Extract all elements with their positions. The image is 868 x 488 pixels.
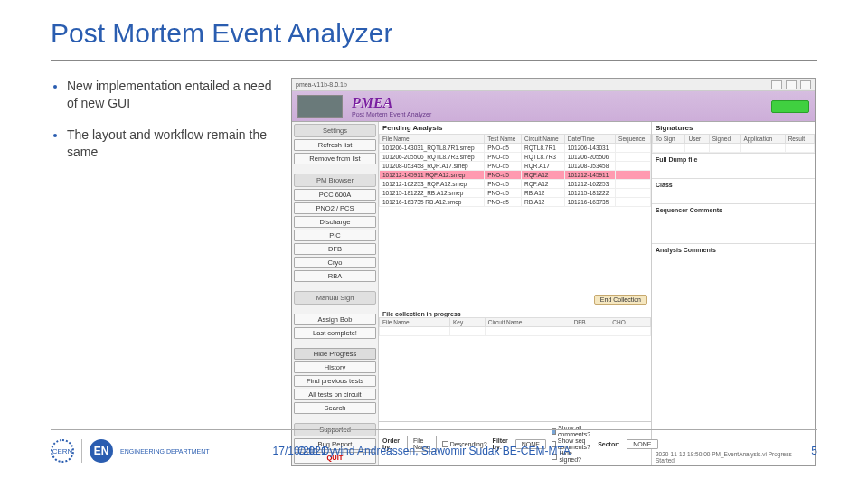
side-item[interactable]: PCC 600A (294, 189, 376, 201)
col-head: User (685, 135, 709, 144)
title-rule (51, 60, 817, 61)
col-head: Signed (709, 135, 741, 144)
table-row[interactable]: 101215-181222_RB.A12.smepPNO-d5RB.A12101… (380, 189, 651, 198)
hide-progress-button[interactable]: Hide Progress (294, 348, 376, 360)
history-button[interactable]: History (294, 361, 376, 373)
banner-subtitle: Post Mortem Event Analyzer (352, 111, 431, 117)
table-row[interactable]: 101208-053458_RQR.A17.smepPNO-d5RQR.A171… (380, 162, 651, 171)
col-head: Sequence (616, 135, 651, 144)
maximize-icon[interactable] (786, 80, 797, 89)
footer-authors: Odd Oyvind Andreassen, Slawomir Sudak BE… (51, 445, 817, 457)
footer-rule (51, 429, 817, 430)
side-item[interactable]: Cryo (294, 257, 376, 268)
side-item[interactable]: PIC (294, 230, 376, 241)
side-item[interactable]: PNO2 / PCS (294, 202, 376, 214)
last-complete-button[interactable]: Last complete! (294, 327, 376, 339)
footer: CERN EN ENGINEERING DEPARTMENT 17/10/202… (51, 429, 817, 463)
banner: PMEA Post Mortem Event Analyzer (292, 91, 815, 122)
banner-logo: PMEA (352, 95, 431, 111)
table-header-row: To Sign User Signed Application Result (653, 135, 815, 144)
manual-sign-header: Manual Sign (294, 291, 376, 305)
pm-browser-header: PM Browser (294, 174, 376, 187)
app-window: pmea-v11b-8.0.1b PMEA Post Mortem Event … (291, 78, 816, 466)
progress-table: File Name Key Circuit Name DFB CHO (379, 317, 651, 336)
col-head: Test Name (485, 135, 522, 144)
banner-thumb (297, 95, 343, 118)
app-body: Settings Refresh list Remove from list P… (292, 122, 815, 465)
col-head: File Name (380, 318, 450, 327)
sidebar: Settings Refresh list Remove from list P… (292, 122, 379, 465)
col-head: To Sign (653, 135, 685, 144)
col-head: Result (785, 135, 814, 144)
status-chip (771, 100, 809, 113)
search-button[interactable]: Search (294, 402, 376, 414)
col-head: Application (741, 135, 785, 144)
find-prev-button[interactable]: Find previous tests (294, 375, 376, 387)
seq-comments-label: Sequencer Comments (652, 203, 815, 216)
class-label: Class (652, 178, 815, 191)
banner-text: PMEA Post Mortem Event Analyzer (352, 95, 431, 117)
col-head: Circuit Name (522, 135, 565, 144)
full-dump-label: Full Dump file (652, 153, 815, 165)
table-row[interactable]: 101206-143031_RQTL8.7R1.smepPNO-d5RQTL8.… (380, 144, 651, 153)
bullet-item: New implementation entailed a need of ne… (67, 78, 277, 112)
pending-panel: Pending Analysis File Name Test Name Cir… (379, 122, 652, 465)
side-item[interactable]: DFB (294, 243, 376, 255)
remove-button[interactable]: Remove from list (294, 153, 376, 164)
table-header-row: File Name Test Name Circuit Name Date/Ti… (380, 135, 651, 144)
minimize-icon[interactable] (771, 80, 782, 89)
assign-button[interactable]: Assign Bob (294, 314, 376, 325)
table-header-row: File Name Key Circuit Name DFB CHO (380, 318, 651, 327)
pending-table: File Name Test Name Circuit Name Date/Ti… (379, 134, 651, 207)
bullet-list: New implementation entailed a need of ne… (51, 78, 277, 466)
signatures-title: Signatures (652, 122, 815, 134)
col-head: DFB (571, 318, 609, 327)
table-row[interactable]: 101212-162253_RQF.A12.smepPNO-d5RQF.A121… (380, 180, 651, 189)
pending-title: Pending Analysis (379, 122, 651, 134)
end-collection-button[interactable]: End Collection (594, 295, 647, 305)
close-icon[interactable] (800, 80, 811, 89)
window-title: pmea-v11b-8.0.1b (296, 81, 347, 88)
analysis-comments-label: Analysis Comments (652, 243, 815, 256)
col-head: File Name (380, 135, 485, 144)
titlebar: pmea-v11b-8.0.1b (292, 79, 815, 91)
table-row (653, 144, 815, 153)
file-collection-label: File collection in progress (379, 307, 651, 317)
col-head: Key (450, 318, 486, 327)
refresh-button[interactable]: Refresh list (294, 139, 376, 151)
table-row[interactable]: 101212-145911 RQF.A12.smepPNO-d5RQF.A121… (380, 171, 651, 180)
col-head: CHO (609, 318, 651, 327)
col-head: Circuit Name (485, 318, 571, 327)
side-item[interactable]: RBA (294, 270, 376, 282)
slide-title: Post Mortem Event Analyzer (51, 18, 817, 49)
footer-row: CERN EN ENGINEERING DEPARTMENT 17/10/202… (51, 439, 817, 463)
bullet-item: The layout and workflow remain the same (67, 127, 277, 161)
table-row[interactable]: 101216-163735 RB.A12.smepPNO-d5RB.A12101… (380, 198, 651, 207)
table-row[interactable]: 101206-205506_RQTL8.7R3.smepPNO-d5RQTL8.… (380, 153, 651, 162)
all-tests-button[interactable]: All tests on circuit (294, 389, 376, 400)
table-row (380, 327, 651, 336)
side-item[interactable]: Discharge (294, 216, 376, 228)
screenshot: pmea-v11b-8.0.1b PMEA Post Mortem Event … (291, 78, 817, 466)
slide-body: New implementation entailed a need of ne… (51, 78, 817, 466)
slide: Post Mortem Event Analyzer New implement… (0, 0, 868, 488)
signatures-table: To Sign User Signed Application Result (652, 134, 815, 153)
col-head: Date/Time (564, 135, 615, 144)
side-settings[interactable]: Settings (294, 124, 376, 137)
signatures-panel: Signatures To Sign User Signed Applicati… (652, 122, 815, 465)
